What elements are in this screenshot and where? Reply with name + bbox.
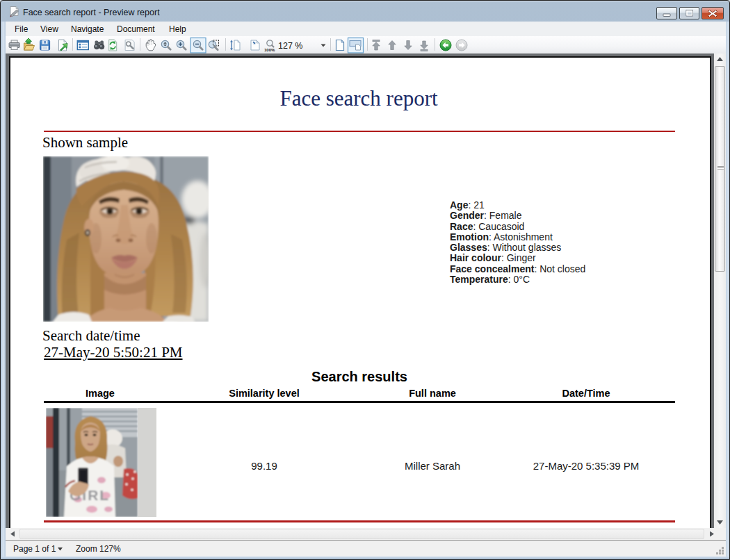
svg-text:100%: 100% [264,48,275,52]
svg-text:127 %: 127 % [278,41,302,51]
